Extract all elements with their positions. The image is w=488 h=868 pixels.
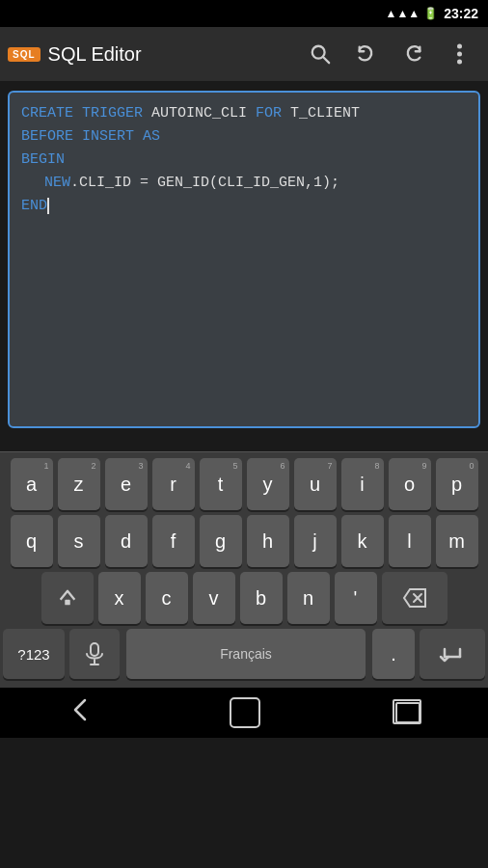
key-s[interactable]: s	[58, 515, 100, 567]
status-bar: ▲▲▲ 🔋 23:22	[0, 0, 488, 27]
battery-icon: 🔋	[423, 7, 438, 20]
mic-key[interactable]	[69, 629, 120, 679]
space-key[interactable]: Français	[126, 629, 366, 679]
kw-trigger: TRIGGER	[82, 105, 151, 122]
kw-create: CREATE	[21, 105, 82, 122]
key-h[interactable]: h	[247, 515, 289, 567]
home-button[interactable]	[210, 690, 280, 736]
undo-button[interactable]	[345, 33, 388, 75]
key-v[interactable]: v	[193, 572, 235, 624]
sql-editor[interactable]: CREATE TRIGGER AUTOINC_CLI FOR T_CLIENT …	[8, 91, 480, 428]
table-name: T_CLIENT	[290, 105, 360, 122]
svg-rect-5	[65, 600, 70, 606]
key-p[interactable]: 0p	[436, 458, 478, 510]
toolbar-actions	[299, 33, 480, 75]
sql-badge: SQL	[8, 47, 41, 62]
code-line-3: BEGIN	[21, 149, 467, 172]
key-n[interactable]: n	[287, 572, 330, 624]
code-line-1: CREATE TRIGGER AUTOINC_CLI FOR T_CLIENT	[21, 102, 467, 125]
keyboard: 1a 2z 3e 4r 5t 6y 7u 8i 9o 0p q s d f g …	[0, 452, 488, 688]
period-key[interactable]: .	[372, 629, 415, 679]
key-g[interactable]: g	[200, 515, 242, 567]
app-title: SQL Editor	[48, 43, 142, 66]
key-t[interactable]: 5t	[200, 458, 242, 510]
home-icon	[230, 697, 260, 728]
status-icons: ▲▲▲ 🔋	[386, 7, 439, 20]
recent-apps-button[interactable]	[376, 694, 440, 731]
back-icon	[68, 696, 95, 723]
search-icon	[310, 43, 331, 65]
key-y[interactable]: 6y	[247, 458, 289, 510]
search-button[interactable]	[299, 33, 341, 75]
key-x[interactable]: x	[98, 572, 141, 624]
svg-line-1	[323, 57, 329, 63]
signal-icon: ▲▲▲	[386, 7, 420, 20]
key-apostrophe[interactable]: '	[335, 572, 377, 624]
mic-icon	[85, 642, 104, 665]
key-a[interactable]: 1a	[11, 458, 53, 510]
kw-as: AS	[143, 128, 160, 145]
kw-before: BEFORE	[21, 128, 82, 145]
key-j[interactable]: j	[294, 515, 337, 567]
key-r[interactable]: 4r	[152, 458, 195, 510]
shift-icon	[57, 587, 78, 609]
keyboard-row-3: x c v b n '	[3, 572, 485, 624]
code-line-5: END	[21, 195, 467, 218]
enter-key[interactable]	[420, 629, 485, 679]
backspace-key[interactable]	[382, 572, 447, 624]
more-icon	[457, 43, 462, 65]
cursor	[47, 198, 49, 214]
toolbar: SQL SQL Editor	[0, 27, 488, 81]
app-brand: SQL SQL Editor	[8, 43, 299, 66]
recent-apps-icon	[395, 702, 420, 723]
key-k[interactable]: k	[341, 515, 384, 567]
key-c[interactable]: c	[146, 572, 188, 624]
undo-icon	[356, 43, 377, 65]
code-line-4: NEW.CLI_ID = GEN_ID(CLI_ID_GEN,1);	[21, 172, 467, 195]
back-button[interactable]	[48, 689, 114, 737]
editor-keyboard-spacer	[0, 438, 488, 451]
kw-end: END	[21, 198, 47, 214]
assignment-expr: .CLI_ID = GEN_ID(CLI_ID_GEN,1);	[70, 175, 339, 191]
svg-rect-8	[91, 643, 98, 656]
num-switch-key[interactable]: ?123	[3, 629, 65, 679]
more-options-button[interactable]	[438, 33, 480, 75]
key-u[interactable]: 7u	[294, 458, 337, 510]
svg-point-3	[457, 52, 462, 57]
status-time: 23:22	[444, 6, 478, 21]
key-b[interactable]: b	[240, 572, 283, 624]
code-line-2: BEFORE INSERT AS	[21, 125, 467, 149]
shift-key[interactable]	[41, 572, 94, 624]
svg-point-4	[457, 60, 462, 65]
keyboard-row-1: 1a 2z 3e 4r 5t 6y 7u 8i 9o 0p	[3, 458, 485, 510]
kw-begin: BEGIN	[21, 151, 65, 168]
key-o[interactable]: 9o	[389, 458, 431, 510]
key-m[interactable]: m	[436, 515, 478, 567]
trigger-name: AUTOINC_CLI	[151, 105, 256, 122]
kw-new: NEW	[44, 175, 70, 191]
key-d[interactable]: d	[105, 515, 148, 567]
key-l[interactable]: l	[389, 515, 431, 567]
backspace-icon	[402, 587, 427, 609]
kw-insert: INSERT	[82, 128, 143, 145]
key-f[interactable]: f	[152, 515, 195, 567]
key-e[interactable]: 3e	[105, 458, 148, 510]
enter-icon	[439, 643, 466, 665]
keyboard-row-2: q s d f g h j k l m	[3, 515, 485, 567]
redo-icon	[402, 43, 423, 65]
key-i[interactable]: 8i	[341, 458, 384, 510]
key-z[interactable]: 2z	[58, 458, 100, 510]
kw-for: FOR	[256, 105, 290, 122]
nav-bar	[0, 688, 488, 738]
svg-point-2	[457, 44, 462, 49]
keyboard-row-4: ?123 Français .	[3, 629, 485, 679]
key-q[interactable]: q	[11, 515, 53, 567]
redo-button[interactable]	[392, 33, 434, 75]
